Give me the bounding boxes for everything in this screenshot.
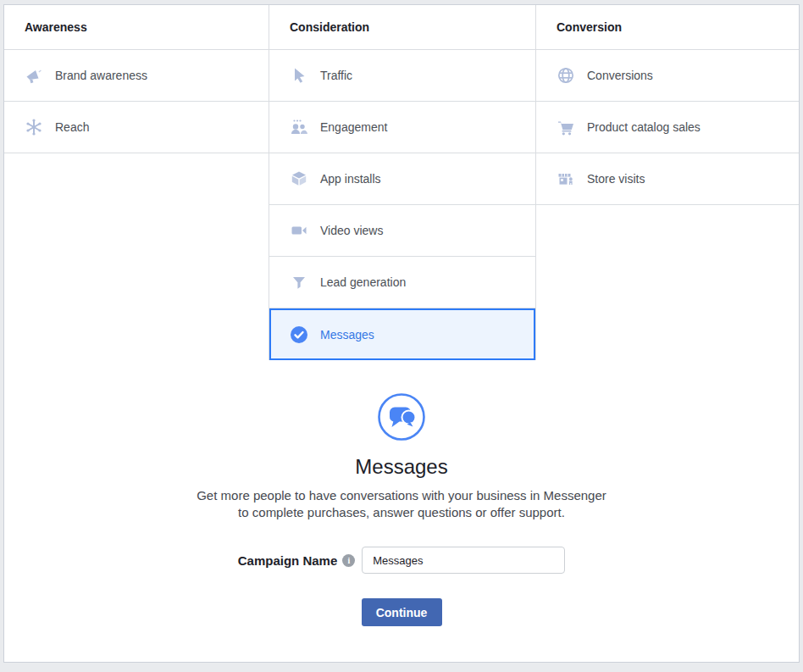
description-line-1: Get more people to have conversations wi… [197, 487, 606, 504]
globe-icon [557, 66, 575, 85]
column-header-awareness: Awareness [4, 5, 269, 50]
objective-traffic[interactable]: Traffic [269, 50, 535, 102]
objective-engagement[interactable]: Engagement [269, 102, 535, 153]
description-line-2: to complete purchases, answer questions … [197, 504, 606, 521]
objective-video-views[interactable]: Video views [269, 205, 535, 257]
campaign-name-input[interactable] [362, 547, 565, 574]
objective-store-visits[interactable]: Store visits [536, 153, 799, 205]
objective-selection-card: Awareness Brand awareness [3, 4, 800, 663]
campaign-name-label: Campaign Name [238, 553, 338, 568]
megaphone-icon [25, 66, 43, 85]
cursor-icon [290, 66, 308, 85]
campaign-name-row: Campaign Name i [238, 547, 566, 574]
cart-icon [557, 118, 575, 136]
objective-reach[interactable]: Reach [4, 102, 269, 153]
objective-conversions[interactable]: Conversions [536, 50, 799, 102]
objective-label: Traffic [320, 69, 352, 82]
objective-description: Get more people to have conversations wi… [197, 487, 606, 521]
info-icon[interactable]: i [342, 554, 355, 567]
objective-brand-awareness[interactable]: Brand awareness [4, 50, 269, 102]
objective-label: Lead generation [320, 275, 406, 289]
objective-detail-title: Messages [355, 455, 447, 479]
objective-label: App installs [320, 172, 381, 186]
objective-label: Video views [320, 224, 383, 237]
objective-label: Brand awareness [55, 69, 147, 82]
storefront-icon [557, 169, 575, 188]
video-camera-icon [290, 221, 308, 240]
column-header-conversion: Conversion [536, 5, 799, 50]
column-conversion: Conversion Conversions [536, 5, 799, 360]
reach-burst-icon [25, 118, 43, 136]
objective-lead-generation[interactable]: Lead generation [269, 257, 535, 308]
chat-bubbles-icon [377, 392, 426, 442]
objective-label: Product catalog sales [587, 120, 701, 134]
cube-icon [290, 169, 308, 188]
objective-label: Store visits [587, 172, 645, 186]
people-icon [290, 118, 308, 136]
objective-app-installs[interactable]: App installs [269, 153, 535, 205]
column-header-consideration: Consideration [269, 5, 535, 50]
column-awareness: Awareness Brand awareness [4, 5, 269, 360]
check-circle-icon [290, 325, 308, 344]
objective-table: Awareness Brand awareness [4, 5, 799, 360]
funnel-icon [290, 273, 308, 292]
objective-detail-section: Messages Get more people to have convers… [4, 360, 799, 626]
objective-label: Messages [320, 328, 374, 342]
continue-button[interactable]: Continue [362, 598, 442, 626]
objective-label: Reach [55, 120, 89, 134]
column-consideration: Consideration Traffic [269, 5, 536, 360]
objective-label: Conversions [587, 69, 653, 82]
objective-label: Engagement [320, 120, 387, 134]
objective-messages[interactable]: Messages [269, 308, 535, 360]
objective-product-catalog-sales[interactable]: Product catalog sales [536, 102, 799, 153]
